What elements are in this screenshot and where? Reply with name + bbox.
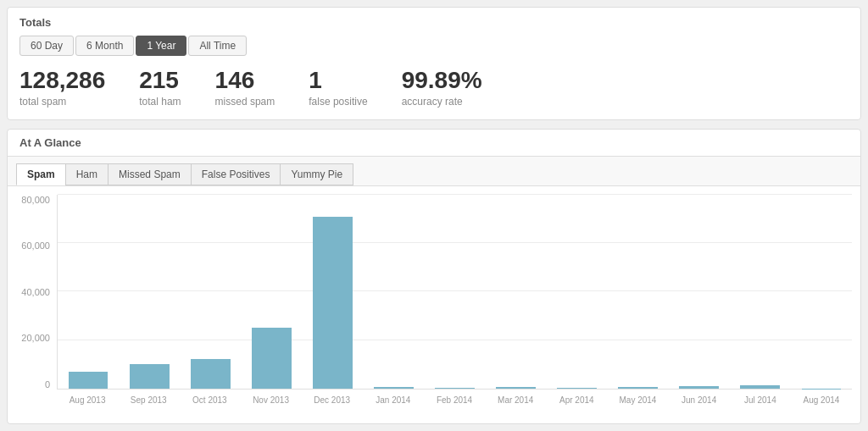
chart-tabs: SpamHamMissed SpamFalse PositivesYummy P… xyxy=(8,157,860,186)
chart-container: 80,00060,00040,00020,0000 Aug 2013Sep 20… xyxy=(16,195,852,415)
stat-label: missed spam xyxy=(215,96,275,108)
chart-tab-spam[interactable]: Spam xyxy=(16,163,65,185)
bar-group xyxy=(486,195,547,389)
x-label: Dec 2013 xyxy=(302,391,363,415)
stat-value: 146 xyxy=(215,68,275,94)
bar-group xyxy=(791,195,852,389)
totals-tab-all-time[interactable]: All Time xyxy=(188,36,247,56)
stat-value: 99.89% xyxy=(402,68,482,94)
stat-label: accuracy rate xyxy=(402,96,482,108)
bar[interactable] xyxy=(435,388,475,389)
page-wrapper: Totals 60 Day6 Month1 YearAll Time 128,2… xyxy=(0,0,868,431)
stat-label: total spam xyxy=(19,96,105,108)
y-axis: 80,00060,00040,00020,0000 xyxy=(16,195,54,390)
glance-title: At A Glance xyxy=(8,130,860,157)
bar[interactable] xyxy=(313,217,353,389)
stat-item: 1false positive xyxy=(309,68,367,108)
stat-label: false positive xyxy=(309,96,367,108)
chart-tab-false-positives[interactable]: False Positives xyxy=(191,163,281,185)
bar[interactable] xyxy=(557,388,597,389)
x-label: Mar 2014 xyxy=(485,391,546,415)
stat-label: total ham xyxy=(139,96,181,108)
x-label: Oct 2013 xyxy=(179,391,240,415)
bar[interactable] xyxy=(618,387,658,389)
bar-group xyxy=(424,195,485,389)
bar[interactable] xyxy=(496,387,536,389)
totals-title: Totals xyxy=(19,16,849,29)
y-label: 0 xyxy=(45,379,50,390)
y-label: 20,000 xyxy=(21,333,50,343)
bar[interactable] xyxy=(130,364,170,389)
bar-group xyxy=(58,195,119,389)
bar[interactable] xyxy=(191,359,231,388)
y-label: 80,000 xyxy=(21,195,50,205)
bar[interactable] xyxy=(69,372,108,389)
x-label: Aug 2014 xyxy=(791,391,852,415)
x-axis: Aug 2013Sep 2013Oct 2013Nov 2013Dec 2013… xyxy=(57,391,852,415)
chart-area: 80,00060,00040,00020,0000 Aug 2013Sep 20… xyxy=(8,186,860,423)
totals-section: Totals 60 Day6 Month1 YearAll Time 128,2… xyxy=(7,7,861,120)
x-label: Jan 2014 xyxy=(363,391,424,415)
totals-tab-6-month[interactable]: 6 Month xyxy=(75,36,134,56)
bars-container xyxy=(58,195,852,389)
x-label: Feb 2014 xyxy=(424,391,485,415)
bar[interactable] xyxy=(252,328,292,389)
bar-group xyxy=(669,195,730,389)
chart-plot xyxy=(57,195,852,390)
bar-group xyxy=(302,195,363,389)
x-label: Apr 2014 xyxy=(546,391,607,415)
totals-tab-60-day[interactable]: 60 Day xyxy=(19,36,74,56)
bar[interactable] xyxy=(679,386,719,389)
bar-group xyxy=(363,195,424,389)
x-label: May 2014 xyxy=(607,391,668,415)
chart-tab-missed-spam[interactable]: Missed Spam xyxy=(108,163,191,185)
stat-item: 215total ham xyxy=(139,68,181,108)
totals-tab-1-year[interactable]: 1 Year xyxy=(136,36,186,56)
bar[interactable] xyxy=(374,387,414,388)
bar-group xyxy=(180,195,241,389)
stats-row: 128,286total spam215total ham146missed s… xyxy=(19,68,849,108)
stat-item: 128,286total spam xyxy=(19,68,105,108)
stat-value: 215 xyxy=(139,68,181,94)
chart-tab-yummy-pie[interactable]: Yummy Pie xyxy=(280,163,353,185)
x-label: Jul 2014 xyxy=(730,391,791,415)
chart-tab-ham[interactable]: Ham xyxy=(65,163,108,185)
totals-tab-bar: 60 Day6 Month1 YearAll Time xyxy=(19,36,849,56)
bar-group xyxy=(608,195,669,389)
x-label: Jun 2014 xyxy=(669,391,730,415)
stat-value: 1 xyxy=(309,68,367,94)
y-label: 60,000 xyxy=(21,240,50,251)
bar-group xyxy=(119,195,180,389)
bar[interactable] xyxy=(740,385,780,388)
x-label: Aug 2013 xyxy=(57,391,118,415)
x-label: Sep 2013 xyxy=(118,391,179,415)
bar-group xyxy=(547,195,608,389)
stat-value: 128,286 xyxy=(19,68,105,94)
stat-item: 146missed spam xyxy=(215,68,275,108)
glance-section: At A Glance SpamHamMissed SpamFalse Posi… xyxy=(7,129,861,424)
x-label: Nov 2013 xyxy=(240,391,301,415)
bar-group xyxy=(730,195,791,389)
bar-group xyxy=(241,195,302,389)
y-label: 40,000 xyxy=(21,287,50,297)
stat-item: 99.89%accuracy rate xyxy=(402,68,482,108)
